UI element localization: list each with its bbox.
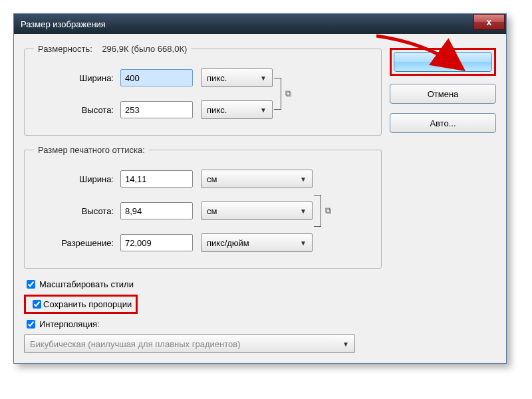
titlebar: Размер изображения x xyxy=(14,14,506,34)
resolution-unit-select[interactable]: пикс/дюйм ▼ xyxy=(201,233,313,252)
chevron-down-icon: ▼ xyxy=(260,74,267,82)
print-width-input[interactable] xyxy=(120,170,193,188)
constrain-highlighted: Сохранить пропорции xyxy=(24,295,138,314)
constrain-link-icon: ⧉ xyxy=(313,180,332,241)
pixel-dimensions-group: Размерность: 296,9К (было 668,0К) Ширина… xyxy=(24,44,382,136)
print-size-group: Размер печатного оттиска: Ширина: см ▼ xyxy=(24,145,382,269)
resample-label: Интерполяция: xyxy=(39,319,100,329)
interpolation-select[interactable]: Бикубическая (наилучшая для плавных град… xyxy=(24,334,355,353)
width-label: Ширина: xyxy=(34,73,114,83)
ok-button[interactable]: ОК xyxy=(394,52,492,72)
auto-button[interactable]: Авто... xyxy=(390,113,496,133)
chevron-down-icon: ▼ xyxy=(300,239,307,247)
scale-styles-label: Масштабировать стили xyxy=(39,279,134,289)
cancel-button[interactable]: Отмена xyxy=(390,84,496,104)
pixel-height-input[interactable] xyxy=(120,101,193,118)
print-height-label: Высота: xyxy=(34,206,114,216)
chevron-down-icon: ▼ xyxy=(300,207,307,215)
pixel-width-unit-select[interactable]: пикс. ▼ xyxy=(201,68,273,87)
resolution-label: Разрешение: xyxy=(34,238,114,248)
resample-checkbox-row: Интерполяция: xyxy=(24,318,382,331)
print-size-legend: Размер печатного оттиска: xyxy=(34,145,149,155)
chevron-down-icon: ▼ xyxy=(260,106,267,114)
scale-styles-checkbox[interactable] xyxy=(27,280,35,289)
pixel-width-input[interactable] xyxy=(120,69,193,86)
print-height-input[interactable] xyxy=(120,202,193,219)
interpolation-selected: Бикубическая (наилучшая для плавных град… xyxy=(30,339,240,349)
pixel-dimensions-legend: Размерность: 296,9К (было 668,0К) xyxy=(34,44,191,54)
scale-styles-checkbox-row: Масштабировать стили xyxy=(24,278,382,291)
constrain-link-icon: ⧉ xyxy=(273,78,293,110)
chevron-down-icon: ▼ xyxy=(300,176,307,183)
resample-checkbox[interactable] xyxy=(27,320,35,329)
constrain-proportions-checkbox[interactable] xyxy=(33,300,41,309)
constrain-proportions-label: Сохранить пропорции xyxy=(43,299,132,309)
chevron-down-icon: ▼ xyxy=(342,340,349,348)
print-width-label: Ширина: xyxy=(34,174,114,184)
height-label: Высота: xyxy=(34,105,114,115)
close-icon: x xyxy=(487,17,492,27)
close-button[interactable]: x xyxy=(473,14,505,30)
pixel-height-unit-select[interactable]: пикс. ▼ xyxy=(201,100,273,119)
ok-button-highlighted: ОК xyxy=(390,48,496,76)
print-height-unit-select[interactable]: см ▼ xyxy=(201,201,313,220)
resolution-input[interactable] xyxy=(120,234,193,251)
image-size-dialog: Размер изображения x Размерность: 296,9К… xyxy=(13,13,507,364)
dialog-title: Размер изображения xyxy=(21,19,106,29)
print-width-unit-select[interactable]: см ▼ xyxy=(201,170,313,188)
